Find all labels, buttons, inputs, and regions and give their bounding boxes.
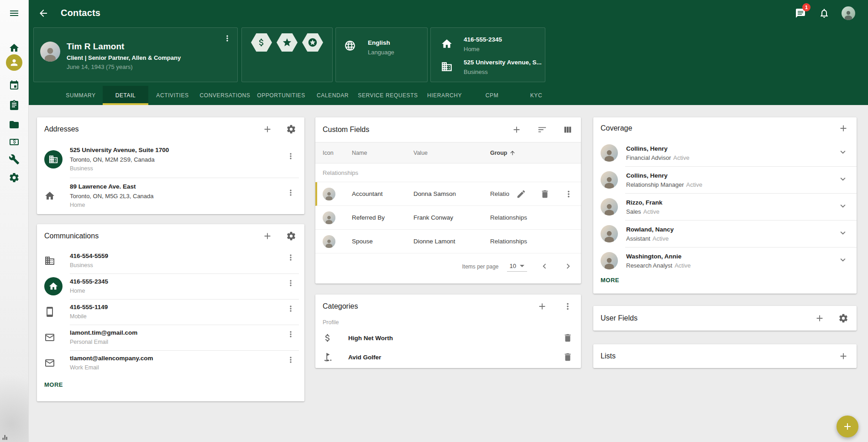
sort-button[interactable] (536, 124, 548, 136)
communication-row[interactable]: 416-555-1149 Mobile (37, 299, 304, 325)
sidebar-item-settings[interactable] (6, 169, 22, 186)
sidebar-item-documents[interactable] (6, 116, 22, 133)
custom-field-row-selected[interactable]: Accountant Donna Samson Relatio (315, 182, 581, 206)
badge-star-circle[interactable] (302, 33, 323, 52)
profile-menu-button[interactable] (221, 32, 234, 45)
coverage-row[interactable]: Collins, Henry Financial AdvisorActive (593, 139, 857, 166)
custom-field-row[interactable]: Spouse Dionne Lamont Relationships (315, 230, 581, 253)
col-name[interactable]: Name (352, 150, 413, 156)
comm-value: 416-555-1149 (70, 303, 284, 312)
coverage-row[interactable]: Washington, Annie Research AnalystActive (593, 247, 857, 274)
category-label: High Net Worth (348, 335, 562, 342)
tab-bar: SUMMARY DETAIL ACTIVITIES CONVERSATIONS … (29, 86, 868, 105)
address-menu-button[interactable] (284, 187, 297, 200)
category-group-header: Profile (315, 318, 581, 328)
communication-row[interactable]: 416-554-5559 Business (37, 248, 304, 274)
comm-menu-button[interactable] (284, 303, 297, 316)
previous-page-button[interactable] (538, 260, 551, 273)
user-fields-settings-button[interactable] (837, 312, 849, 324)
add-category-button[interactable] (536, 300, 548, 312)
sidebar-item-home[interactable] (6, 40, 22, 56)
language-card[interactable]: English Language (335, 27, 428, 82)
hamburger-menu-button[interactable] (6, 5, 22, 21)
tab-service-requests[interactable]: SERVICE REQUESTS (356, 86, 419, 105)
comm-menu-button[interactable] (284, 252, 297, 264)
sidebar-item-tasks[interactable] (6, 97, 22, 113)
delete-category-button[interactable] (562, 332, 574, 344)
sidebar-item-billing[interactable] (6, 134, 22, 150)
expand-coverage-button[interactable] (837, 200, 849, 213)
coverage-row[interactable]: Rowland, Nancy AssistantActive (593, 220, 857, 247)
tab-opportunities[interactable]: OPPORTUNITIES (253, 86, 309, 105)
comm-menu-button[interactable] (284, 277, 297, 290)
columns-button[interactable] (562, 124, 574, 136)
add-address-button[interactable] (261, 123, 273, 135)
addresses-settings-button[interactable] (285, 123, 297, 135)
add-communication-button[interactable] (261, 230, 273, 242)
primary-address-value[interactable]: 525 University Avenue, S... (464, 59, 542, 66)
communications-settings-button[interactable] (285, 230, 297, 242)
notifications-button[interactable] (818, 7, 831, 20)
add-list-button[interactable] (837, 350, 849, 362)
badge-star[interactable] (277, 33, 298, 52)
field-group: Relationships (490, 238, 581, 245)
add-user-field-button[interactable] (814, 312, 826, 324)
edit-field-button[interactable] (515, 188, 527, 200)
primary-phone-value[interactable]: 416-555-2345 (464, 36, 502, 43)
trash-icon (540, 189, 550, 199)
expand-coverage-button[interactable] (837, 174, 849, 186)
delete-category-button[interactable] (562, 351, 574, 363)
addresses-title: Addresses (44, 125, 79, 133)
badge-high-net-worth[interactable] (251, 33, 272, 52)
coverage-row[interactable]: Collins, Henry Relationship ManagerActiv… (593, 166, 857, 193)
field-group: Relationships (490, 214, 581, 221)
expand-coverage-button[interactable] (837, 227, 849, 240)
more-vert-icon (286, 152, 295, 161)
expand-coverage-button[interactable] (837, 254, 849, 267)
expand-coverage-button[interactable] (837, 147, 849, 159)
communication-row[interactable]: tlamont@allencompany.com Work Email (37, 350, 304, 376)
tab-cpm[interactable]: CPM (470, 86, 514, 105)
communication-row[interactable]: 416-555-2345 Home (37, 274, 304, 299)
communication-row[interactable]: lamont.tim@gmail.com Personal Email (37, 325, 304, 350)
category-row[interactable]: High Net Worth (315, 328, 581, 347)
items-per-page-select[interactable]: 10 (507, 262, 527, 272)
category-row[interactable]: Avid Golfer (315, 347, 581, 367)
add-contact-fab[interactable] (837, 416, 858, 437)
tab-activities[interactable]: ACTIVITIES (148, 86, 197, 105)
tab-summary[interactable]: SUMMARY (59, 86, 103, 105)
delete-field-button[interactable] (539, 188, 551, 200)
categories-menu-button[interactable] (562, 300, 574, 312)
back-button[interactable] (34, 4, 52, 22)
add-custom-field-button[interactable] (511, 124, 523, 136)
messages-button[interactable]: 1 (794, 7, 807, 20)
tab-detail[interactable]: DETAIL (103, 86, 148, 105)
user-avatar[interactable] (842, 6, 855, 20)
tab-kyc[interactable]: KYC (514, 86, 558, 105)
sidebar-item-contacts-active[interactable] (6, 54, 22, 71)
address-row[interactable]: 89 Lawrence Ave. East Toronto, ON, M5G 2… (37, 178, 304, 214)
col-value[interactable]: Value (413, 150, 490, 156)
user-fields-header: User Fields (593, 306, 857, 331)
coverage-more-button[interactable]: MORE (593, 274, 627, 289)
address-menu-button[interactable] (284, 150, 297, 163)
comm-menu-button[interactable] (284, 354, 297, 367)
chevron-down-icon (838, 174, 848, 184)
tab-hierarchy[interactable]: HIERARCHY (419, 86, 470, 105)
sidebar-item-tools[interactable] (6, 151, 22, 168)
tab-calendar[interactable]: CALENDAR (309, 86, 356, 105)
columns-icon (563, 125, 573, 135)
next-page-button[interactable] (562, 260, 575, 273)
add-coverage-button[interactable] (837, 122, 849, 134)
col-group-sorted[interactable]: Group (490, 150, 581, 156)
tab-conversations[interactable]: CONVERSATIONS (197, 86, 253, 105)
coverage-status: Active (675, 262, 690, 269)
sidebar-item-calendar[interactable] (6, 77, 22, 94)
comm-menu-button[interactable] (284, 328, 297, 341)
address-row[interactable]: 525 University Avenue, Suite 1700 Toront… (37, 141, 304, 178)
field-menu-button[interactable] (563, 188, 575, 200)
communications-more-button[interactable]: MORE (37, 376, 70, 394)
coverage-row[interactable]: Rizzo, Frank SalesActive (593, 193, 857, 220)
custom-field-row[interactable]: Referred By Frank Conway Relationships (315, 206, 581, 230)
address-line1: 89 Lawrence Ave. East (70, 182, 284, 192)
